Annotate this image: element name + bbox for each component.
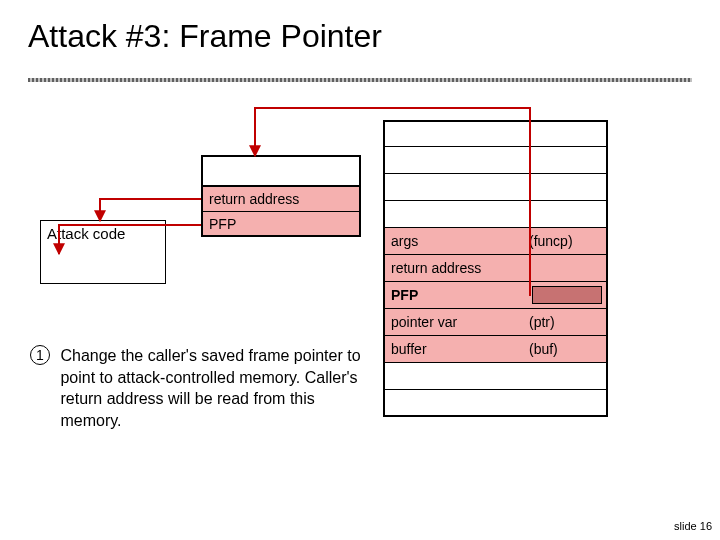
stack-cell-label: return address [385, 260, 525, 276]
attack-code-label: Attack code [47, 225, 125, 242]
step-number-icon: 1 [30, 345, 50, 365]
stack-cell-label: args [385, 233, 525, 249]
stack-cell-label: buffer [385, 341, 525, 357]
stack-cell-label: pointer var [385, 314, 525, 330]
stack-row-return-address: return address [383, 255, 608, 282]
stack-row-blank [383, 174, 608, 201]
arrow-fake-ret-to-attack [100, 199, 201, 221]
pfp-corrupted-icon [532, 286, 602, 304]
stack-diagram: args (funcp) return address PFP pointer … [383, 120, 608, 417]
fake-frame-box: return address PFP [201, 155, 361, 237]
stack-cell-annot: (buf) [525, 341, 606, 357]
slide-number: slide 16 [674, 520, 712, 532]
explanation-body: Change the caller's saved frame pointer … [60, 345, 370, 431]
stack-row-blank [383, 120, 608, 147]
stack-cell-label: PFP [385, 287, 525, 303]
stack-row-blank [383, 363, 608, 390]
stack-cell-annot: (ptr) [525, 314, 606, 330]
stack-row-ptr: pointer var (ptr) [383, 309, 608, 336]
fake-frame-return-address: return address [201, 185, 361, 211]
stack-row-blank [383, 201, 608, 228]
stack-cell-annot: (funcp) [525, 233, 606, 249]
stack-cell-annot [525, 286, 606, 304]
attack-code-box: Attack code [40, 220, 166, 284]
page-title: Attack #3: Frame Pointer [28, 18, 382, 55]
explanation-text: 1 Change the caller's saved frame pointe… [30, 345, 375, 431]
stack-row-buf: buffer (buf) [383, 336, 608, 363]
fake-frame-pfp: PFP [201, 211, 361, 237]
stack-row-blank [383, 390, 608, 417]
stack-row-blank [383, 147, 608, 174]
stack-row-pfp: PFP [383, 282, 608, 309]
stack-row-args: args (funcp) [383, 228, 608, 255]
title-underline [28, 78, 692, 82]
fake-frame-blank [201, 155, 361, 185]
